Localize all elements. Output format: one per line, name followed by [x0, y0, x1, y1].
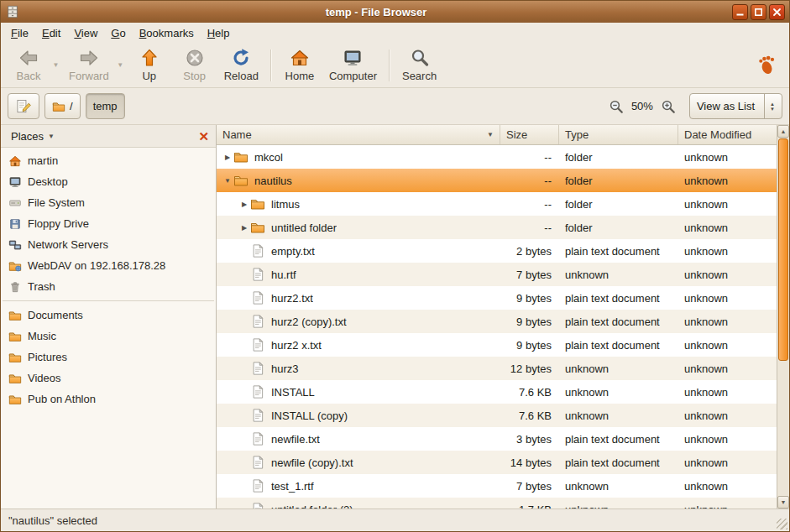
file-modified: unknown: [678, 386, 777, 399]
reload-button[interactable]: Reload: [218, 45, 264, 85]
file-modified: unknown: [678, 292, 777, 305]
sidebar-close-button[interactable]: ✕: [196, 130, 211, 143]
forward-button[interactable]: Forward: [63, 45, 115, 85]
file-name: untitled folder: [271, 222, 337, 234]
folder-icon: [233, 149, 249, 164]
column-header-date-modified[interactable]: Date Modified: [678, 125, 777, 144]
column-header-type[interactable]: Type: [559, 125, 678, 144]
search-label: Search: [402, 70, 437, 82]
file-row-hurz2-x-txt[interactable]: hurz2 x.txt9 bytesplain text documentunk…: [217, 333, 777, 357]
titlebar[interactable]: temp - File Browser: [1, 1, 789, 23]
file-name: INSTALL (copy): [271, 409, 348, 422]
expander-collapsed-icon[interactable]: ▶: [238, 201, 250, 208]
sidebar-item-martin[interactable]: martin: [1, 150, 216, 171]
scrollbar-track[interactable]: [777, 138, 789, 496]
sidebar-item-label: Trash: [28, 280, 55, 293]
minimize-button[interactable]: [732, 4, 748, 20]
back-history-dropdown[interactable]: ▼: [50, 45, 61, 85]
scroll-up-button[interactable]: ▲: [777, 125, 789, 138]
zoom-in-button[interactable]: [659, 97, 678, 116]
forward-history-dropdown[interactable]: ▼: [115, 45, 126, 85]
column-header-name[interactable]: Name▼: [217, 125, 500, 144]
sidebar-item-floppy-drive[interactable]: Floppy Drive: [1, 213, 216, 234]
places-label: Places: [11, 130, 44, 143]
sidebar-item-file-system[interactable]: File System: [1, 192, 216, 213]
sidebar-item-trash[interactable]: Trash: [1, 276, 216, 297]
file-modified: unknown: [678, 198, 777, 211]
menu-bookmarks[interactable]: Bookmarks: [133, 24, 201, 42]
file-name: newfile (copy).txt: [271, 456, 353, 469]
resize-grip[interactable]: [777, 519, 787, 529]
toggle-location-entry-button[interactable]: [8, 93, 39, 119]
file-row-hu-rtf[interactable]: hu.rtf7 bytesunknownunknown: [217, 263, 777, 286]
file-row-install[interactable]: INSTALL7.6 KBunknownunknown: [217, 380, 777, 404]
expander-collapsed-icon[interactable]: ▶: [222, 154, 233, 161]
stop-button[interactable]: Stop: [173, 45, 217, 85]
file-modified: unknown: [678, 222, 777, 234]
file-type: unknown: [559, 362, 678, 375]
file-type: unknown: [559, 409, 678, 422]
file-type: plain text document: [559, 245, 678, 258]
sidebar-item-documents[interactable]: Documents: [1, 305, 216, 326]
home-button[interactable]: Home: [278, 45, 322, 85]
expander-expanded-icon[interactable]: ▼: [222, 177, 233, 185]
file-type: unknown: [559, 386, 678, 399]
file-name: INSTALL: [271, 386, 315, 399]
menu-help[interactable]: Help: [201, 24, 237, 42]
file-type: folder: [559, 151, 678, 164]
reload-icon: [231, 48, 251, 68]
expander-collapsed-icon[interactable]: ▶: [238, 224, 250, 232]
sidebar-item-network-servers[interactable]: Network Servers: [1, 234, 216, 255]
sidebar-item-pictures[interactable]: Pictures: [1, 347, 216, 368]
path-root-label: /: [70, 100, 73, 112]
sidebar-item-videos[interactable]: Videos: [1, 368, 216, 389]
menu-go[interactable]: Go: [104, 24, 132, 42]
column-header-size[interactable]: Size: [500, 125, 559, 144]
file-row-untitled-folder-2[interactable]: untitled folder (2)1.7 KBunknownunknown: [217, 498, 777, 509]
file-row-hurz2-copy-txt[interactable]: hurz2 (copy).txt9 bytesplain text docume…: [217, 310, 777, 333]
file-row-mkcol[interactable]: ▶mkcol--folderunknown: [217, 145, 777, 169]
menu-view[interactable]: View: [67, 24, 104, 42]
path-current-button[interactable]: temp: [86, 93, 125, 119]
vertical-scrollbar[interactable]: ▲ ▼: [777, 125, 789, 509]
up-button[interactable]: Up: [128, 45, 171, 85]
sidebar-item-pub-on-athlon[interactable]: Pub on Athlon: [1, 389, 216, 409]
menu-edit[interactable]: Edit: [35, 24, 67, 42]
file-row-install-copy[interactable]: INSTALL (copy)7.6 KBunknownunknown: [217, 404, 777, 427]
file-row-newfile-txt[interactable]: newfile.txt3 bytesplain text documentunk…: [217, 427, 777, 451]
menu-file[interactable]: File: [4, 24, 35, 42]
file-row-hurz3[interactable]: hurz312 bytesunknownunknown: [217, 357, 777, 380]
file-row-test-1-rtf[interactable]: test_1.rtf7 bytesunknownunknown: [217, 474, 777, 498]
sidebar-item-label: Videos: [28, 372, 61, 384]
sidebar-item-desktop[interactable]: Desktop: [1, 171, 216, 192]
scrollbar-thumb[interactable]: [778, 138, 788, 361]
zoom-out-button[interactable]: [607, 97, 625, 116]
file-modified: unknown: [678, 362, 777, 375]
scroll-down-button[interactable]: ▼: [777, 496, 789, 509]
file-row-hurz2-txt[interactable]: hurz2.txt9 bytesplain text documentunkno…: [217, 286, 777, 310]
home-label: Home: [285, 70, 315, 82]
toolbar: Back▼Forward▼UpStopReloadHomeComputerSea…: [1, 43, 789, 88]
file-row-litmus[interactable]: ▶litmus--folderunknown: [217, 192, 777, 216]
maximize-button[interactable]: [751, 4, 766, 20]
back-button[interactable]: Back: [7, 45, 50, 85]
search-button[interactable]: Search: [396, 45, 442, 85]
file-row-newfile-copy-txt[interactable]: newfile (copy).txt14 bytesplain text doc…: [217, 451, 777, 474]
file-row-untitled-folder[interactable]: ▶untitled folder--folderunknown: [217, 216, 777, 239]
file-icon: [250, 290, 265, 305]
places-selector[interactable]: Places ▼: [8, 128, 58, 144]
close-button[interactable]: [769, 4, 785, 20]
computer-button[interactable]: Computer: [323, 45, 383, 85]
view-as-selector[interactable]: View as List ▲▼: [689, 93, 782, 119]
file-type: plain text document: [559, 433, 678, 446]
status-text: "nautilus" selected: [8, 514, 97, 527]
path-root-button[interactable]: /: [44, 93, 81, 119]
sidebar-item-webdav-on-192-168-178-28[interactable]: WebDAV on 192.168.178.28: [1, 255, 216, 276]
reload-label: Reload: [224, 70, 259, 82]
file-type: folder: [559, 222, 678, 234]
sidebar-item-music[interactable]: Music: [1, 326, 216, 347]
sidebar-item-label: Desktop: [28, 175, 68, 188]
file-row-empty-txt[interactable]: empty.txt2 bytesplain text documentunkno…: [217, 239, 777, 263]
file-row-nautilus[interactable]: ▼nautilus--folderunknown: [217, 169, 777, 192]
edit-note-icon: [15, 98, 32, 115]
